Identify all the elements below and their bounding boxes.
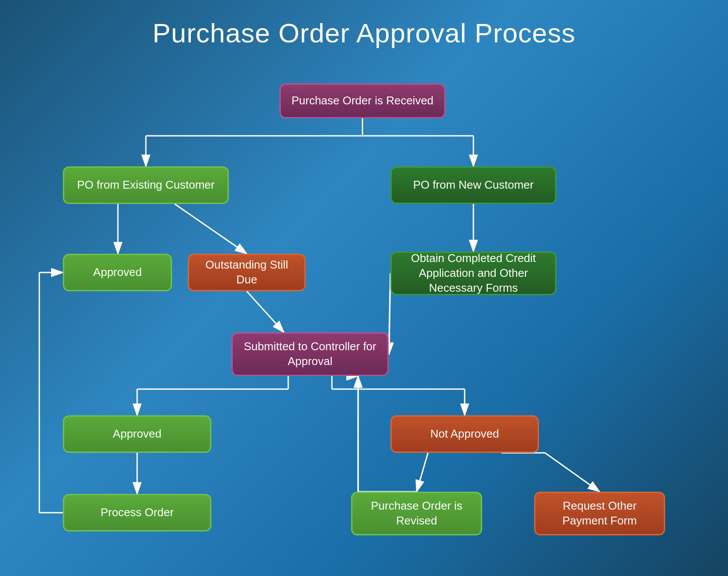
svg-line-7 (175, 204, 247, 254)
node-outstanding: Outstanding Still Due (188, 254, 306, 291)
page-title: Purchase Order Approval Process (152, 18, 575, 48)
node-approved-2: Approved (63, 415, 211, 453)
title-area: Purchase Order Approval Process (0, 0, 728, 57)
node-request-payment: Request Other Payment Form (534, 492, 665, 535)
node-not-approved: Not Approved (390, 415, 539, 453)
svg-line-25 (545, 453, 600, 492)
svg-line-23 (417, 453, 428, 492)
node-submitted: Submitted to Controller for Approval (231, 332, 389, 376)
node-po-new: PO from New Customer (390, 166, 556, 204)
arrows-svg (0, 57, 728, 551)
node-approved-1: Approved (63, 254, 172, 291)
svg-line-9 (247, 291, 284, 332)
node-po-existing: PO from Existing Customer (63, 166, 229, 204)
node-po-revised: Purchase Order is Revised (351, 492, 482, 535)
node-credit: Obtain Completed Credit Application and … (390, 252, 556, 295)
node-po-received: Purchase Order is Received (279, 83, 445, 118)
diagram-area: Purchase Order is Received PO from Exist… (0, 57, 728, 551)
node-process-order: Process Order (63, 494, 211, 531)
